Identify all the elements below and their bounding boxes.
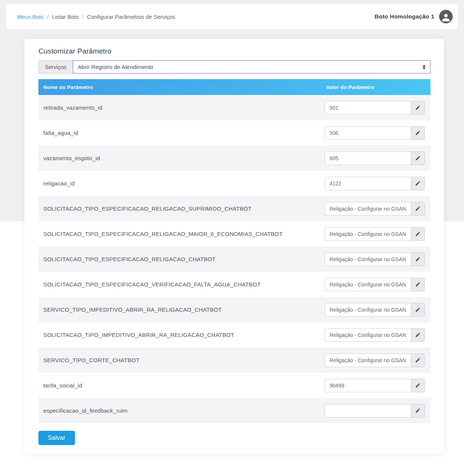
parameter-value-group xyxy=(325,202,425,216)
table-row: especificacao_id_feedback_ruim xyxy=(38,398,430,423)
table-row: SOLICITACAO_TIPO_ESPECIFICACAO_RELIGACAO… xyxy=(38,196,430,221)
parameter-value-input[interactable] xyxy=(325,152,411,165)
pencil-icon xyxy=(415,206,421,211)
parameter-value-input[interactable] xyxy=(325,126,411,140)
parameter-value-input[interactable] xyxy=(325,278,411,291)
edit-button[interactable] xyxy=(411,328,425,342)
parameter-value-input[interactable] xyxy=(325,101,411,115)
pencil-icon xyxy=(415,408,421,413)
table-row: falta_agua_id xyxy=(38,120,430,145)
parameter-value-input[interactable] xyxy=(325,354,411,367)
bot-name-label: Boto Homologação 1 xyxy=(374,13,434,20)
pencil-icon xyxy=(415,307,421,312)
pencil-icon xyxy=(415,231,421,237)
user-avatar-icon[interactable] xyxy=(439,10,453,23)
parameter-name-label: vazamento_esgoto_id xyxy=(43,155,100,161)
parameter-name-label: SERVICO_TIPO_CORTE_CHATBOT xyxy=(43,357,139,363)
edit-button[interactable] xyxy=(411,227,425,241)
breadcrumb-separator: / xyxy=(82,14,84,20)
edit-button[interactable] xyxy=(411,126,425,140)
table-row: SOLICITACAO_TIPO_ESPECIFICACAO_RELIGACAO… xyxy=(38,246,430,272)
table-rows-container: retirada_vazamento_id falta_agua_id vaza… xyxy=(38,95,430,423)
page-title: Customizar Parâmetro xyxy=(38,47,430,55)
parameter-value-input[interactable] xyxy=(325,177,411,190)
save-button[interactable]: Salvar xyxy=(38,431,75,445)
parameter-name-label: SOLICITACAO_TIPO_ESPECIFICACAO_RELIGACAO… xyxy=(43,205,252,212)
services-select[interactable]: Abrir Registro de Atendimento xyxy=(73,60,430,73)
breadcrumb: Meus Bots / Listar Bots / Configurar Par… xyxy=(17,14,175,20)
table-row: tarifa_social_id xyxy=(38,373,430,398)
table-row: SOLICITACAO_TIPO_ESPECIFICACAO_VERIFICAC… xyxy=(38,272,430,297)
parameter-value-group xyxy=(325,253,425,266)
services-label: Serviços xyxy=(38,60,73,73)
parameter-value-input[interactable] xyxy=(325,303,411,317)
select-arrows-icon xyxy=(423,65,426,69)
table-row: vazamento_esgoto_id xyxy=(38,145,430,171)
edit-button[interactable] xyxy=(411,278,425,291)
parameter-value-group xyxy=(325,152,425,165)
parameter-value-group xyxy=(325,177,425,190)
parameter-value-input[interactable] xyxy=(325,227,411,241)
table-row: SERVICO_TIPO_IMPEDITIVO_ABRIR_RA_RELIGAC… xyxy=(38,297,430,322)
navbar-right: Boto Homologação 1 xyxy=(374,10,453,23)
services-select-value: Abrir Registro de Atendimento xyxy=(78,64,153,70)
parameter-name-label: tarifa_social_id xyxy=(43,382,82,389)
customize-parameter-card: Customizar Parâmetro Serviços Abrir Regi… xyxy=(24,39,444,453)
pencil-icon xyxy=(415,181,421,186)
parameter-value-input[interactable] xyxy=(325,253,411,266)
breadcrumb-item-current: Configurar Parâmetros de Serviços xyxy=(87,14,175,20)
edit-button[interactable] xyxy=(411,354,425,367)
edit-button[interactable] xyxy=(411,101,425,115)
parameter-name-label: retirada_vazamento_id xyxy=(43,104,102,111)
parameter-name-label: SOLICITACAO_TIPO_ESPECIFICACAO_VERIFICAC… xyxy=(43,281,261,288)
parameter-value-group xyxy=(325,354,425,367)
parameter-value-input[interactable] xyxy=(325,379,411,392)
pencil-icon xyxy=(415,357,421,363)
parameter-value-group xyxy=(325,126,425,140)
parameter-value-group xyxy=(325,328,425,342)
table-row: SOLICITACAO_TIPO_ESPECIFICACAO_RELIGACAO… xyxy=(38,221,430,246)
breadcrumb-item-listar-bots[interactable]: Listar Bots xyxy=(52,14,79,20)
edit-button[interactable] xyxy=(411,303,425,317)
table-row: SOLICITACAO_TIPO_IMPEDITIVO_ABRIR_RA_REL… xyxy=(38,322,430,347)
table-header-row: Nome do Parâmetro Valor do Parâmetro xyxy=(38,79,430,95)
parameter-value-group xyxy=(325,101,425,115)
parameter-name-label: SOLICITACAO_TIPO_IMPEDITIVO_ABRIR_RA_REL… xyxy=(43,332,234,338)
parameter-value-group xyxy=(325,404,425,418)
pencil-icon xyxy=(415,383,421,388)
column-header-name: Nome do Parâmetro xyxy=(43,84,93,90)
pencil-icon xyxy=(415,130,421,136)
top-navbar: Meus Bots / Listar Bots / Configurar Par… xyxy=(6,4,458,29)
parameter-value-group xyxy=(325,227,425,241)
table-row: SERVICO_TIPO_CORTE_CHATBOT xyxy=(38,347,430,373)
parameter-value-group xyxy=(325,303,425,317)
parameter-name-label: religacao_id xyxy=(43,180,75,187)
pencil-icon xyxy=(415,256,421,262)
edit-button[interactable] xyxy=(411,177,425,190)
parameters-table: Nome do Parâmetro Valor do Parâmetro ret… xyxy=(38,79,430,423)
pencil-icon xyxy=(415,282,421,287)
parameter-value-group xyxy=(325,278,425,291)
edit-button[interactable] xyxy=(411,379,425,392)
edit-button[interactable] xyxy=(411,202,425,216)
edit-button[interactable] xyxy=(411,253,425,266)
parameter-value-input[interactable] xyxy=(325,404,411,418)
parameter-name-label: SOLICITACAO_TIPO_ESPECIFICACAO_RELIGACAO… xyxy=(43,231,282,237)
table-row: religacao_id xyxy=(38,171,430,196)
parameter-name-label: SERVICO_TIPO_IMPEDITIVO_ABRIR_RA_RELIGAC… xyxy=(43,306,222,313)
parameter-value-input[interactable] xyxy=(325,328,411,342)
table-row: retirada_vazamento_id xyxy=(38,95,430,120)
pencil-icon xyxy=(415,332,421,338)
column-header-value: Valor do Parâmetro xyxy=(326,84,430,90)
parameter-value-input[interactable] xyxy=(325,202,411,216)
breadcrumb-link-meus-bots[interactable]: Meus Bots xyxy=(17,14,44,20)
edit-button[interactable] xyxy=(411,152,425,165)
parameter-name-label: SOLICITACAO_TIPO_ESPECIFICACAO_RELIGACAO… xyxy=(43,256,215,262)
pencil-icon xyxy=(415,155,421,161)
service-selector-group: Serviços Abrir Registro de Atendimento xyxy=(38,60,430,73)
edit-button[interactable] xyxy=(411,404,425,418)
breadcrumb-separator: / xyxy=(47,14,49,20)
parameter-name-label: especificacao_id_feedback_ruim xyxy=(43,407,128,414)
parameter-value-group xyxy=(325,379,425,392)
pencil-icon xyxy=(415,105,421,110)
